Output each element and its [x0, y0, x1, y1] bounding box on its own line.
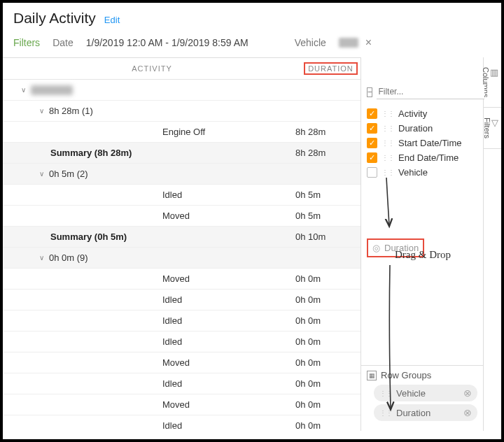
group-row[interactable]: ∨0h 5m (2): [3, 164, 360, 185]
column-item[interactable]: ✓⋮⋮Activity: [367, 106, 477, 121]
group-row[interactable]: ∨0h 0m (9): [3, 248, 360, 269]
filters-tab-icon: ▽: [491, 117, 498, 128]
duration-cell: 8h 28m: [295, 127, 355, 137]
activity-cell: Engine Off: [162, 127, 295, 137]
duration-cell: 0h 0m: [295, 378, 355, 389]
duration-cell: 0h 5m: [295, 211, 355, 221]
table-row: Engine Off8h 28m: [3, 122, 360, 143]
column-item[interactable]: ✓⋮⋮End Date/Time: [367, 150, 477, 165]
summary-row: Summary (0h 5m)0h 10m: [3, 227, 360, 248]
remove-icon[interactable]: ⊗: [463, 407, 472, 418]
table-row: Idled0h 0m: [3, 373, 360, 394]
duration-cell: 0h 0m: [295, 399, 355, 410]
filter-bar: Filters Date 1/9/2019 12:0 AM - 1/9/2019…: [13, 36, 491, 57]
edit-link[interactable]: Edit: [104, 15, 120, 25]
activity-cell: Idled: [162, 336, 295, 347]
tab-filters[interactable]: ▽ Filters: [484, 108, 501, 149]
checkbox-checked-icon[interactable]: ✓: [367, 108, 377, 119]
group-row[interactable]: ∨8h 28m (1): [3, 101, 360, 122]
activity-cell: Idled: [162, 315, 295, 326]
activity-cell: Idled: [162, 294, 295, 305]
date-label: Date: [52, 37, 74, 48]
activity-cell: Moved: [162, 273, 295, 284]
columns-tab-icon: ▥: [490, 67, 498, 78]
column-item[interactable]: ✓⋮⋮Duration: [367, 121, 477, 136]
duration-cell: 0h 0m: [295, 315, 355, 326]
table-row: Idled0h 0m: [3, 290, 360, 311]
page-title: Daily Activity: [13, 10, 96, 27]
group-label-redacted: [31, 85, 73, 95]
summary-label: Summary (0h 5m): [50, 231, 127, 242]
activity-cell: Idled: [162, 190, 295, 200]
column-item-label: Vehicle: [398, 167, 428, 178]
duration-cell: 0h 0m: [295, 336, 355, 347]
group-label: 8h 28m (1): [49, 106, 93, 116]
activity-cell: Moved: [162, 211, 295, 221]
drag-grip-icon[interactable]: ⋮⋮: [379, 390, 392, 397]
summary-row: Summary (8h 28m)8h 28m: [3, 143, 360, 164]
checkbox-checked-icon[interactable]: ✓: [367, 123, 377, 134]
group-row[interactable]: ∨: [3, 80, 360, 101]
column-item-label: Duration: [398, 123, 433, 134]
rowgroup-chip[interactable]: ⋮⋮Vehicle⊗: [374, 385, 477, 401]
chevron-down-icon[interactable]: ∨: [36, 107, 46, 115]
rowgroup-chip[interactable]: ⋮⋮Duration⊗: [374, 404, 477, 421]
columns-panel: − ✓⋮⋮Activity✓⋮⋮Duration✓⋮⋮Start Date/Ti…: [360, 57, 483, 431]
row-groups-section: ▦ Row Groups ⋮⋮Vehicle⊗⋮⋮Duration⊗: [361, 365, 483, 431]
checkbox-checked-icon[interactable]: ✓: [367, 152, 377, 163]
duration-cell: 0h 5m: [295, 190, 355, 200]
row-groups-icon: ▦: [367, 371, 377, 380]
tree-collapse-icon[interactable]: −: [367, 87, 372, 97]
column-item-label: Start Date/Time: [398, 138, 462, 148]
table-row: Moved0h 5m: [3, 206, 360, 227]
chevron-down-icon[interactable]: ∨: [18, 86, 28, 94]
chevron-down-icon[interactable]: ∨: [36, 170, 46, 178]
activity-cell: Moved: [162, 399, 295, 410]
activity-cell: Idled: [162, 378, 295, 389]
table-row: Moved0h 0m: [3, 352, 360, 373]
drag-grip-icon[interactable]: ⋮⋮: [382, 169, 394, 176]
table-row: Idled0h 0m: [3, 332, 360, 352]
drag-grip-icon[interactable]: ⋮⋮: [382, 110, 394, 117]
table-row: Idled0h 0m: [3, 311, 360, 332]
drag-grip-icon[interactable]: ⋮⋮: [382, 139, 394, 147]
duration-cell: 8h 28m: [295, 148, 355, 158]
drag-grip-icon[interactable]: ⋮⋮: [382, 154, 394, 162]
annotation-drag-drop: Drag & Drop: [395, 249, 451, 261]
vehicle-clear-icon[interactable]: ×: [363, 36, 374, 49]
column-item[interactable]: ✓⋮⋮Start Date/Time: [367, 136, 477, 150]
rowgroup-chip-label: Duration: [396, 408, 430, 418]
duration-cell: 0h 0m: [295, 294, 355, 305]
vehicle-value-redacted: [339, 38, 358, 48]
duration-cell: 0h 10m: [295, 231, 355, 242]
column-header-duration[interactable]: DURATION: [304, 62, 358, 75]
duration-cell: 0h 0m: [295, 273, 355, 284]
column-filter-input[interactable]: [377, 85, 484, 99]
summary-label: Summary (8h 28m): [50, 148, 132, 158]
filters-label[interactable]: Filters: [13, 37, 40, 48]
chevron-down-icon[interactable]: ∨: [36, 254, 46, 262]
table-row: Idled0h 0m: [3, 415, 360, 431]
activity-cell: Moved: [162, 357, 295, 368]
duration-cell: 0h 0m: [295, 420, 355, 431]
remove-icon[interactable]: ⊗: [463, 387, 472, 399]
row-groups-title: Row Groups: [381, 370, 431, 380]
hidden-eye-icon: ◎: [372, 243, 380, 253]
drag-grip-icon[interactable]: ⋮⋮: [382, 124, 394, 132]
drag-grip-icon[interactable]: ⋮⋮: [379, 409, 392, 417]
checkbox-unchecked-icon[interactable]: [367, 167, 377, 178]
column-item[interactable]: ⋮⋮Vehicle: [367, 165, 477, 180]
data-grid: ACTIVITY DURATION ∨∨8h 28m (1)Engine Off…: [3, 57, 360, 431]
activity-cell: Idled: [162, 420, 295, 431]
duration-cell: 0h 0m: [295, 357, 355, 368]
column-header-activity[interactable]: ACTIVITY: [3, 64, 301, 73]
side-tabs: ▥ Columns ▽ Filters: [483, 57, 501, 431]
column-item-label: Activity: [398, 108, 427, 119]
checkbox-checked-icon[interactable]: ✓: [367, 138, 377, 148]
date-range[interactable]: 1/9/2019 12:0 AM - 1/9/2019 8:59 AM: [86, 37, 248, 48]
tab-columns[interactable]: ▥ Columns: [484, 57, 501, 108]
vehicle-chip[interactable]: ×: [339, 36, 374, 49]
rowgroup-chip-label: Vehicle: [396, 388, 426, 399]
column-item-label: End Date/Time: [398, 152, 458, 163]
table-row: Idled0h 5m: [3, 185, 360, 206]
